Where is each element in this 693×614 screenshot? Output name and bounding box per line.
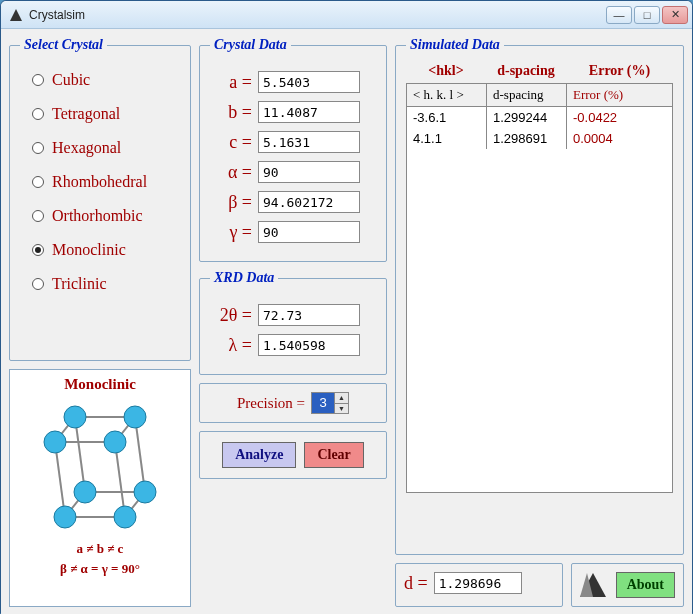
table-row[interactable]: 4.1.11.2986910.0004	[407, 128, 672, 149]
sim-head-dspacing: d-spacing	[486, 63, 566, 79]
select-crystal-legend: Select Crystal	[20, 37, 107, 53]
svg-point-13	[124, 406, 146, 428]
simulated-data-legend: Simulated Data	[406, 37, 504, 53]
svg-point-9	[134, 481, 156, 503]
precision-group: Precision = 3 ▲▼	[199, 383, 387, 423]
radio-label: Orthorhombic	[52, 207, 143, 225]
crystal-param-row-5: γ =	[210, 221, 376, 243]
svg-point-14	[64, 406, 86, 428]
sim-table-body[interactable]: -3.6.11.299244-0.04224.1.11.2986910.0004	[407, 107, 672, 492]
xrd-param-label: λ =	[210, 335, 252, 356]
xrd-param-input-0[interactable]	[258, 304, 360, 326]
radio-dot-icon	[32, 278, 44, 290]
select-crystal-group: Select Crystal CubicTetragonalHexagonalR…	[9, 37, 191, 361]
crystal-param-row-1: b =	[210, 101, 376, 123]
crystal-param-input-3[interactable]	[258, 161, 360, 183]
svg-point-10	[74, 481, 96, 503]
radio-dot-icon	[32, 244, 44, 256]
crystal-param-input-5[interactable]	[258, 221, 360, 243]
d-label: d =	[404, 573, 428, 594]
radio-label: Monoclinic	[52, 241, 126, 259]
radio-orthorhombic[interactable]: Orthorhombic	[32, 207, 176, 225]
minimize-button[interactable]: —	[606, 6, 632, 24]
col-header-hkl[interactable]: < h. k. l >	[407, 84, 487, 106]
about-group: About	[571, 563, 684, 607]
radio-tetragonal[interactable]: Tetragonal	[32, 105, 176, 123]
titlebar[interactable]: Crystalsim — □ ✕	[1, 1, 692, 29]
cell-err: 0.0004	[567, 128, 672, 149]
logo-icon	[580, 573, 606, 597]
precision-value: 3	[312, 393, 334, 413]
spinner-down-icon[interactable]: ▼	[334, 404, 348, 414]
xrd-data-group: XRD Data 2θ =λ =	[199, 270, 387, 375]
radio-hexagonal[interactable]: Hexagonal	[32, 139, 176, 157]
table-row[interactable]: -3.6.11.299244-0.0422	[407, 107, 672, 128]
radio-triclinic[interactable]: Triclinic	[32, 275, 176, 293]
window-title: Crystalsim	[29, 8, 606, 22]
xrd-param-label: 2θ =	[210, 305, 252, 326]
crystal-param-label: γ =	[210, 222, 252, 243]
d-result-group: d =	[395, 563, 563, 607]
cell-err: -0.0422	[567, 107, 672, 128]
cell-d: 1.299244	[487, 107, 567, 128]
crystal-param-label: b =	[210, 102, 252, 123]
cell-d: 1.298691	[487, 128, 567, 149]
radio-label: Triclinic	[52, 275, 107, 293]
sim-head-hkl: <hkl>	[406, 63, 486, 79]
crystal-param-label: c =	[210, 132, 252, 153]
precision-spinner[interactable]: 3 ▲▼	[311, 392, 349, 414]
radio-dot-icon	[32, 142, 44, 154]
d-value-input[interactable]	[434, 572, 522, 594]
cell-hkl: 4.1.1	[407, 128, 487, 149]
action-buttons-group: Analyze Clear	[199, 431, 387, 479]
crystal-param-input-1[interactable]	[258, 101, 360, 123]
crystal-data-group: Crystal Data a =b =c =α =β =γ =	[199, 37, 387, 262]
xrd-param-input-1[interactable]	[258, 334, 360, 356]
radio-monoclinic[interactable]: Monoclinic	[32, 241, 176, 259]
clear-button[interactable]: Clear	[304, 442, 363, 468]
app-window: Crystalsim — □ ✕ Select Crystal CubicTet…	[0, 0, 693, 614]
col-header-error[interactable]: Error (%)	[567, 84, 672, 106]
svg-point-11	[44, 431, 66, 453]
lattice-diagram	[35, 397, 165, 537]
radio-label: Cubic	[52, 71, 90, 89]
sim-table: < h. k. l > d-spacing Error (%) -3.6.11.…	[406, 83, 673, 493]
crystal-param-label: α =	[210, 162, 252, 183]
col-header-dspacing[interactable]: d-spacing	[487, 84, 567, 106]
close-button[interactable]: ✕	[662, 6, 688, 24]
spinner-up-icon[interactable]: ▲	[334, 393, 348, 404]
formula-line1: a ≠ b ≠ c	[16, 541, 184, 557]
svg-point-7	[54, 506, 76, 528]
simulated-data-group: Simulated Data <hkl> d-spacing Error (%)…	[395, 37, 684, 555]
radio-label: Hexagonal	[52, 139, 121, 157]
radio-label: Rhombohedral	[52, 173, 147, 191]
svg-point-12	[104, 431, 126, 453]
xrd-data-legend: XRD Data	[210, 270, 278, 286]
crystal-param-input-4[interactable]	[258, 191, 360, 213]
xrd-param-row-0: 2θ =	[210, 304, 376, 326]
illustration-name: Monoclinic	[16, 376, 184, 393]
svg-point-8	[114, 506, 136, 528]
radio-cubic[interactable]: Cubic	[32, 71, 176, 89]
radio-label: Tetragonal	[52, 105, 120, 123]
analyze-button[interactable]: Analyze	[222, 442, 296, 468]
cell-hkl: -3.6.1	[407, 107, 487, 128]
sim-head-error: Error (%)	[566, 63, 673, 79]
crystal-param-row-0: a =	[210, 71, 376, 93]
crystal-param-row-3: α =	[210, 161, 376, 183]
crystal-param-row-4: β =	[210, 191, 376, 213]
precision-label: Precision =	[237, 395, 305, 412]
radio-rhombohedral[interactable]: Rhombohedral	[32, 173, 176, 191]
maximize-button[interactable]: □	[634, 6, 660, 24]
crystal-param-row-2: c =	[210, 131, 376, 153]
crystal-param-input-0[interactable]	[258, 71, 360, 93]
crystal-param-input-2[interactable]	[258, 131, 360, 153]
radio-dot-icon	[32, 176, 44, 188]
crystal-param-label: a =	[210, 72, 252, 93]
about-button[interactable]: About	[616, 572, 675, 598]
client-area: Select Crystal CubicTetragonalHexagonalR…	[1, 29, 692, 614]
formula-line2: β ≠ α = γ = 90°	[16, 561, 184, 577]
app-icon	[9, 8, 23, 22]
radio-dot-icon	[32, 108, 44, 120]
crystal-illustration: Monoclinic	[9, 369, 191, 607]
